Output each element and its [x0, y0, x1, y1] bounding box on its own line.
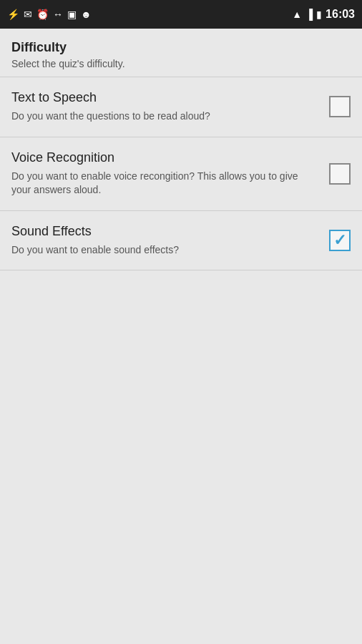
pref-title-voice-recognition: Voice Recognition — [11, 150, 318, 165]
pref-text-sound-effects: Sound Effects Do you want to enable soun… — [11, 224, 318, 258]
checkbox-sound-effects[interactable]: ✓ — [329, 230, 351, 251]
signal-icon: ▐ — [305, 9, 313, 20]
checkmark-icon: ✓ — [333, 233, 346, 248]
pref-title-text-to-speech: Text to Speech — [11, 90, 318, 105]
pref-desc-text-to-speech: Do you want the questions to be read alo… — [11, 109, 318, 124]
pref-text-voice-recognition: Voice Recognition Do you want to enable … — [11, 150, 318, 197]
image-icon: ▣ — [67, 9, 77, 20]
arrows-icon: ↔ — [53, 9, 63, 20]
section-title: Difficulty — [11, 40, 351, 55]
usb-icon: ⚡ — [7, 9, 19, 20]
android-icon: ☻ — [81, 9, 92, 20]
checkbox-text-to-speech[interactable] — [329, 96, 351, 117]
chat-icon: ✉ — [24, 9, 32, 20]
pref-item-text-to-speech[interactable]: Text to Speech Do you want the questions… — [0, 77, 362, 137]
alarm-icon: ⏰ — [36, 9, 49, 20]
pref-item-sound-effects[interactable]: Sound Effects Do you want to enable soun… — [0, 211, 362, 271]
section-subtitle: Select the quiz's difficulty. — [11, 58, 351, 69]
status-time: 16:03 — [326, 8, 355, 21]
wifi-icon: ▲ — [292, 9, 302, 20]
status-bar-left-icons: ⚡ ✉ ⏰ ↔ ▣ ☻ — [7, 9, 92, 20]
status-bar: ⚡ ✉ ⏰ ↔ ▣ ☻ ▲ ▐ ▮ 16:03 — [0, 0, 362, 29]
pref-text-text-to-speech: Text to Speech Do you want the questions… — [11, 90, 318, 124]
pref-desc-voice-recognition: Do you want to enable voice recongition?… — [11, 170, 318, 197]
battery-icon: ▮ — [316, 9, 322, 20]
status-bar-right-icons: ▲ ▐ ▮ 16:03 — [292, 8, 355, 21]
section-header: Difficulty Select the quiz's difficulty. — [0, 29, 362, 77]
pref-title-sound-effects: Sound Effects — [11, 224, 318, 239]
pref-desc-sound-effects: Do you want to enable sound effects? — [11, 243, 318, 258]
checkbox-voice-recognition[interactable] — [329, 163, 351, 185]
pref-item-voice-recognition[interactable]: Voice Recognition Do you want to enable … — [0, 137, 362, 211]
preferences-list: Text to Speech Do you want the questions… — [0, 77, 362, 270]
